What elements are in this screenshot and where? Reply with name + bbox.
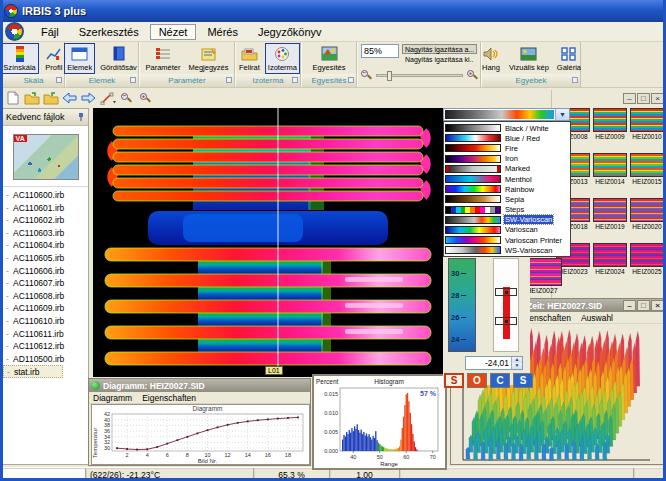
thumbnail-image[interactable] xyxy=(630,153,664,177)
gallery-item[interactable]: HEIZ0015 xyxy=(630,153,664,185)
thumbnail-image[interactable] xyxy=(630,108,664,132)
gallery-item[interactable]: HEIZ0019 xyxy=(593,198,627,230)
file-item[interactable]: AC110601.irb xyxy=(3,202,88,215)
favorites-preview-thumbnail[interactable]: VA xyxy=(13,134,79,180)
menu-file[interactable]: Fájl xyxy=(32,24,68,40)
menu-edit[interactable]: Szerkesztés xyxy=(70,24,148,40)
fit-zoom-out-button[interactable]: Nagyítás igazítása ki.. xyxy=(402,54,477,64)
sound-button[interactable]: Hang xyxy=(478,43,504,74)
file-item[interactable]: AC110602.irb xyxy=(3,214,88,227)
file-item[interactable]: AC110611.irb xyxy=(3,328,88,341)
range-slider-lower-handle[interactable] xyxy=(495,317,517,325)
forward-arrow-icon[interactable] xyxy=(80,90,97,106)
parameter-button[interactable]: Paraméter xyxy=(142,43,183,74)
title-bar[interactable]: IRBIS 3 plus xyxy=(0,0,666,22)
caption-button[interactable]: Felirat xyxy=(236,43,263,74)
menu-measure[interactable]: Mérés xyxy=(198,24,247,40)
file-item[interactable]: AD110500.irb xyxy=(3,353,88,366)
file-item[interactable]: AC110610.irb xyxy=(3,315,88,328)
menu-report[interactable]: Jegyzőkönyv xyxy=(249,24,331,40)
palette-option[interactable]: WS-Varioscan xyxy=(445,245,569,255)
thermal-image-view[interactable]: L01 xyxy=(93,108,443,377)
palette-option[interactable]: Varioscan Printer xyxy=(445,235,569,245)
zeit-menu-selection[interactable]: Auswahl xyxy=(581,313,613,323)
restore-icon[interactable]: □ xyxy=(637,93,650,104)
range-slider[interactable] xyxy=(493,258,519,352)
palette-option[interactable]: Varioscan xyxy=(445,225,569,235)
file-item[interactable]: AC110606.irb xyxy=(3,265,88,278)
palette-option[interactable]: Sepia xyxy=(445,194,569,204)
scale-mode-button-3[interactable]: S xyxy=(513,373,533,388)
restore-icon[interactable]: □ xyxy=(637,300,650,311)
palette-option[interactable]: Fire xyxy=(445,143,569,153)
open-file-icon[interactable] xyxy=(23,90,40,106)
spin-down-icon[interactable]: ▼ xyxy=(512,363,522,369)
gallery-item[interactable]: HEIZ0025 xyxy=(630,243,664,275)
palette-combobox[interactable]: ▼ xyxy=(443,108,570,121)
gallery-item[interactable]: HEIZ0020 xyxy=(630,198,664,230)
pin-icon[interactable] xyxy=(76,112,85,122)
scrollbar-button[interactable]: Gördítősáv xyxy=(97,43,140,74)
file-item[interactable]: AC110604.irb xyxy=(3,239,88,252)
zoom-in-icon[interactable]: + xyxy=(467,70,478,81)
scale-mode-button-0[interactable]: S xyxy=(444,373,464,388)
dialog-launcher-icon[interactable] xyxy=(130,77,136,83)
palette-option[interactable]: Iron xyxy=(445,154,569,164)
gallery-item[interactable]: HEIZ0024 xyxy=(593,243,627,275)
zoom-out-tool-icon[interactable]: − xyxy=(118,90,135,106)
file-item[interactable]: AC110607.irb xyxy=(3,277,88,290)
zoom-slider-thumb[interactable] xyxy=(387,71,392,81)
merge-button[interactable]: Egyesítés xyxy=(310,43,349,74)
scale-mode-button-1[interactable]: O xyxy=(467,373,487,388)
diagram-menu-diagram[interactable]: Diagramm xyxy=(93,393,132,403)
isotherm-button[interactable]: Izoterma xyxy=(265,43,300,74)
save-file-icon[interactable] xyxy=(42,90,59,106)
dialog-launcher-icon[interactable] xyxy=(292,77,298,83)
palette-option[interactable]: SW-Varioscan xyxy=(445,215,569,225)
file-item[interactable]: AC110600.irb xyxy=(3,189,88,202)
file-item[interactable]: AC110612.irb xyxy=(3,340,88,353)
zoom-out-icon[interactable]: − xyxy=(361,70,372,81)
thumbnail-image[interactable] xyxy=(593,198,627,222)
zoom-slider[interactable] xyxy=(376,74,463,77)
thumbnail-image[interactable] xyxy=(630,243,664,267)
range-slider-upper-handle[interactable] xyxy=(495,288,517,296)
dialog-launcher-icon[interactable] xyxy=(56,77,62,83)
gallery-button[interactable]: Galéria xyxy=(554,43,584,74)
note-button[interactable]: Megjegyzés xyxy=(185,43,231,74)
scale-mode-button-2[interactable]: C xyxy=(490,373,510,388)
app-logo-icon[interactable] xyxy=(5,22,24,41)
close-icon[interactable]: × xyxy=(651,300,664,311)
dialog-launcher-icon[interactable] xyxy=(226,77,232,83)
dialog-launcher-icon[interactable] xyxy=(572,77,578,83)
dialog-launcher-icon[interactable] xyxy=(348,77,354,83)
elements-button[interactable]: Elemek xyxy=(64,43,95,74)
level-spinbox[interactable]: -24,01 ▲▼ xyxy=(465,356,523,370)
fit-zoom-in-button[interactable]: Nagyítás igazítása a... xyxy=(402,44,477,54)
minimize-icon[interactable]: – xyxy=(623,300,636,311)
diagram-title-bar[interactable]: Diagramm: HEIZ0027.SID xyxy=(89,379,310,392)
file-item[interactable]: AC110608.irb xyxy=(3,290,88,303)
gallery-item[interactable]: HEIZ0009 xyxy=(593,108,627,140)
palette-option[interactable]: Marked xyxy=(445,164,569,174)
palette-option[interactable]: Black / White xyxy=(445,123,569,133)
palette-option[interactable]: Menthol xyxy=(445,174,569,184)
thumbnail-image[interactable] xyxy=(630,198,664,222)
menu-view[interactable]: Nézet xyxy=(150,24,197,40)
file-item[interactable]: AC110603.irb xyxy=(3,227,88,240)
palette-option[interactable]: Rainbow xyxy=(445,184,569,194)
palette-option[interactable]: Blue / Red xyxy=(445,133,569,143)
file-item[interactable]: stat.irb xyxy=(3,365,63,378)
thumbnail-image[interactable] xyxy=(593,108,627,132)
zoom-in-tool-icon[interactable]: + xyxy=(137,90,154,106)
file-item[interactable]: AC110605.irb xyxy=(3,252,88,265)
gallery-item[interactable]: HEIZ0010 xyxy=(630,108,664,140)
back-arrow-icon[interactable] xyxy=(61,90,78,106)
new-document-icon[interactable] xyxy=(4,90,21,106)
thumbnail-image[interactable] xyxy=(593,153,627,177)
minimize-icon[interactable]: – xyxy=(623,93,636,104)
line-tool-icon[interactable] xyxy=(99,90,116,106)
gallery-item[interactable]: HEIZ0014 xyxy=(593,153,627,185)
thumbnail-image[interactable] xyxy=(593,243,627,267)
visual-image-button[interactable]: Vizuális kép xyxy=(506,43,552,74)
